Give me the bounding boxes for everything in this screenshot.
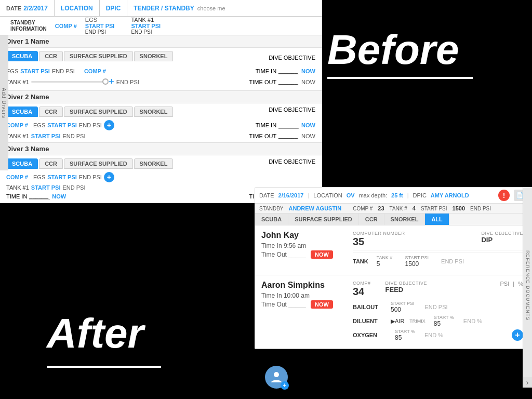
aaron-psi-pct: PSI | % xyxy=(500,281,524,287)
diver-3-tabs: SCUBA CCR SURFACE SUPPLIED SNORKEL DIVE … xyxy=(6,158,315,169)
aaron-right: COMP# 34 DIVE OBJECTIVE FEED PSI | % BAI… xyxy=(353,281,523,343)
time-in-now-3[interactable]: NOW xyxy=(52,193,66,200)
tender-choose[interactable]: choose me xyxy=(197,5,225,11)
time-in-label-3: TIME IN xyxy=(6,193,27,200)
add-tank-2[interactable]: + xyxy=(104,120,114,130)
diver-2-header: Diver 2 Name xyxy=(0,91,322,103)
after-date-label: DATE xyxy=(259,192,274,198)
oxygen-start-pct-val: 85 xyxy=(395,334,415,341)
standby-bar: STANDBY INFORMATION COMP # EGS START PSI… xyxy=(0,17,322,35)
tab-scuba-1[interactable]: SCUBA xyxy=(6,51,38,61)
john-now-btn[interactable]: NOW xyxy=(311,250,333,259)
oxygen-start-pct-label: START % xyxy=(395,329,415,334)
add-btn-1[interactable]: + xyxy=(109,76,114,87)
top-bar: DATE 2/2/2017 LOCATION DPIC TENDER / STA… xyxy=(0,0,322,17)
diver-2-body: SCUBA CCR SURFACE SUPPLIED SNORKEL DIVE … xyxy=(0,103,322,142)
tab-snorkel-1[interactable]: SNORKEL xyxy=(134,51,174,61)
after-comp-label: COMP # xyxy=(353,206,373,211)
time-in-blank-3: ______ xyxy=(29,193,50,200)
john-kay-name: John Kay xyxy=(261,231,344,240)
svg-point-0 xyxy=(274,372,279,377)
john-start-psi-val: 1500 xyxy=(405,260,429,268)
aaron-psi-label: PSI xyxy=(500,281,510,287)
time-in-now-1[interactable]: NOW xyxy=(301,68,315,74)
time-in-blank-2: ______ xyxy=(278,122,299,129)
bailout-start-psi: START PSI 500 xyxy=(391,301,415,313)
time-out-now-2: NOW xyxy=(301,133,315,139)
add-divers-sidebar[interactable]: Add Divers xyxy=(0,35,8,170)
after-tank-label: TANK # xyxy=(390,206,407,211)
after-comp-val: 23 xyxy=(378,205,384,211)
add-gas-btn[interactable]: + xyxy=(512,329,523,341)
start-psi-1: START PSI xyxy=(20,68,50,74)
diver-1-egs: EGS START PSI END PSI xyxy=(6,68,75,74)
john-kay-right: COMPUTER NUMBER 35 DIVE OBJECTIVE DIP TA… xyxy=(353,231,523,270)
john-tank-row: TANK TANK # 5 START PSI 1500 END PSI xyxy=(353,252,523,270)
john-time-in-label: Time In xyxy=(261,242,282,249)
after-tab-all[interactable]: ALL xyxy=(425,214,449,225)
time-out-now-1: NOW xyxy=(301,79,315,85)
diluent-start-pct: START % 85 xyxy=(434,315,454,327)
tank-start-psi: START PSI xyxy=(131,23,161,29)
slider-1[interactable]: + xyxy=(31,76,114,87)
standby-sub: INFORMATION xyxy=(10,26,47,32)
after-tab-surface[interactable]: SURFACE SUPPLIED xyxy=(288,214,359,225)
tab-ccr-2[interactable]: CCR xyxy=(39,107,63,117)
before-underline xyxy=(327,77,473,79)
after-tab-ccr[interactable]: CCR xyxy=(359,214,384,225)
tank-label: TANK #1 xyxy=(131,17,154,23)
aaron-row1: COMP# 34 DIVE OBJECTIVE FEED PSI | % xyxy=(353,281,523,298)
tab-scuba-2[interactable]: SCUBA xyxy=(6,107,38,117)
after-tab-snorkel[interactable]: SNORKEL xyxy=(384,214,425,225)
egs-section: EGS START PSI END PSI xyxy=(85,17,115,35)
start-psi-2: START PSI xyxy=(47,122,77,128)
tank-3-label: TANK #1 xyxy=(6,184,29,191)
diver-3-header: Diver 3 Name xyxy=(0,143,322,155)
john-comp-label: COMPUTER NUMBER xyxy=(353,231,405,236)
aaron-comp: COMP# 34 xyxy=(353,281,371,298)
john-dive-obj-label: DIVE OBJECTIVE xyxy=(481,231,523,236)
egs-label-3: EGS xyxy=(33,174,45,180)
john-kay-time-in: Time In 9:56 am xyxy=(261,242,344,249)
john-kay-left: John Kay Time In 9:56 am Time Out _____ … xyxy=(261,231,344,270)
after-location-label: LOCATION xyxy=(313,192,342,198)
john-tank-num-val: 5 xyxy=(377,260,393,268)
time-out-blank-2: ______ xyxy=(278,132,299,139)
tab-snorkel-2[interactable]: SNORKEL xyxy=(134,107,174,117)
tab-surface-3[interactable]: SURFACE SUPPLIED xyxy=(64,158,133,169)
tab-surface-1[interactable]: SURFACE SUPPLIED xyxy=(64,51,133,61)
add-diver-button[interactable]: + xyxy=(265,366,288,389)
aaron-ccr-fields: BAILOUT START PSI 500 END PSI DILUENT ▶A… xyxy=(353,301,523,341)
aaron-time-out-blank: _____ xyxy=(288,301,305,308)
reference-docs-sidebar[interactable]: REFERENCE DOCUMENTS xyxy=(523,187,532,384)
time-out-blank-1: ______ xyxy=(278,78,299,85)
add-tank-3[interactable]: + xyxy=(104,172,114,182)
aaron-now-btn[interactable]: NOW xyxy=(311,300,333,309)
diver-3-dive-obj: DIVE OBJECTIVE xyxy=(269,158,315,169)
time-in-blank-1: ______ xyxy=(278,68,299,74)
tab-surface-2[interactable]: SURFACE SUPPLIED xyxy=(64,107,133,117)
after-tank-val: 4 xyxy=(413,205,416,211)
time-in-now-2[interactable]: NOW xyxy=(301,122,315,128)
alert-icon[interactable]: ! xyxy=(498,190,510,201)
aaron-time-out: Time Out _____ NOW xyxy=(261,300,344,309)
start-psi-3: START PSI xyxy=(47,174,77,180)
aaron-time-in-label: Time In xyxy=(261,292,282,299)
aaron-dive-obj: DIVE OBJECTIVE FEED xyxy=(385,281,428,294)
tab-ccr-1[interactable]: CCR xyxy=(39,51,63,61)
tab-scuba-3[interactable]: SCUBA xyxy=(6,158,38,169)
tank-2-end-psi: END PSI xyxy=(62,133,85,139)
dpic-label: DPIC xyxy=(106,5,121,12)
diver-3-name: Diver 3 Name xyxy=(6,145,49,153)
ref-docs-chevron[interactable]: › xyxy=(523,377,532,388)
diver-2-time-out: TIME OUT ______ NOW xyxy=(249,132,315,139)
after-start-psi-val: 1500 xyxy=(453,205,465,211)
egs-label: EGS xyxy=(85,17,97,23)
tab-ccr-3[interactable]: CCR xyxy=(39,158,63,169)
after-tab-scuba[interactable]: SCUBA xyxy=(255,214,288,225)
diver-2-tabs: SCUBA CCR SURFACE SUPPLIED SNORKEL DIVE … xyxy=(6,107,315,117)
bailout-start-psi-label: START PSI xyxy=(391,301,415,306)
tab-snorkel-3[interactable]: SNORKEL xyxy=(134,158,174,169)
after-top-bar: DATE 2/16/2017 | LOCATION OV max depth: … xyxy=(255,188,529,204)
tank-3-end-psi: END PSI xyxy=(62,184,85,191)
